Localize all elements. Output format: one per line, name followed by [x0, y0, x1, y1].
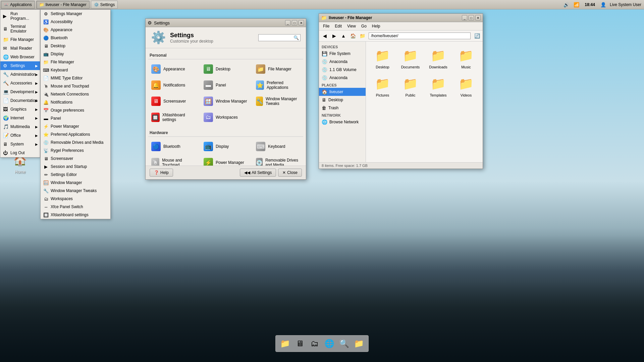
submenu-accessibility[interactable]: ♿ Accessibility: [41, 18, 110, 26]
dock-item-browser[interactable]: 🌐: [323, 337, 336, 350]
submenu-wmt[interactable]: 🔧 Window Manager Tweaks: [41, 187, 110, 195]
settings-item-power[interactable]: ⚡ Power Manager: [201, 156, 251, 166]
fm-up-btn[interactable]: ▲: [339, 32, 348, 40]
submenu-session[interactable]: ▶ Session and Startup: [41, 163, 110, 171]
submenu-mime[interactable]: 📄 MIME Type Editor: [41, 74, 110, 82]
fm-file-public[interactable]: 📁 Public: [398, 74, 423, 99]
settings-item-bluetooth[interactable]: 🔵 Bluetooth: [148, 139, 199, 154]
fm-back-btn[interactable]: ◀: [320, 32, 329, 40]
settings-item-wm[interactable]: 🪟 Window Manager: [201, 94, 251, 108]
fm-file-desktop[interactable]: 📁 Desktop: [370, 46, 395, 71]
settings-close-dialog-btn[interactable]: ✕ Close: [278, 169, 302, 177]
submenu-removable[interactable]: 💿 Removable Drives and Media: [41, 138, 110, 146]
menu-item-terminal[interactable]: 🖥 Terminal Emulator: [0, 22, 40, 35]
settings-minimize-btn[interactable]: _: [285, 20, 290, 25]
submenu-workspaces[interactable]: 🗂 Workspaces: [41, 195, 110, 203]
fm-file-pictures[interactable]: 📁 Pictures: [370, 74, 395, 99]
fm-sidebar-filesystem[interactable]: 💾 File System: [319, 50, 366, 58]
menu-item-office[interactable]: 📝 Office ▶: [0, 131, 40, 140]
submenu-notifications[interactable]: 🔔 Notifications: [41, 98, 110, 106]
fm-menu-file[interactable]: File: [320, 23, 332, 29]
submenu-orage[interactable]: 📅 Orage preferences: [41, 106, 110, 114]
settings-search-input[interactable]: [260, 35, 293, 40]
submenu-network[interactable]: 🔌 Network Connections: [41, 90, 110, 98]
settings-close-btn[interactable]: ✕: [299, 20, 304, 25]
dock-item-search[interactable]: 🔍: [337, 337, 351, 350]
settings-item-removable[interactable]: 💿 Removable Drives and Media: [253, 156, 303, 166]
menu-item-settings[interactable]: ⚙ Settings ▶: [0, 61, 40, 70]
dock-item-terminal[interactable]: 🖥: [293, 337, 307, 350]
settings-item-desktop[interactable]: 🖥 Desktop: [201, 62, 251, 76]
menu-item-internet[interactable]: 🌍 Internet ▶: [0, 114, 40, 122]
menu-item-documentation[interactable]: 📄 Documentation ▶: [0, 96, 40, 105]
submenu-settings-manager[interactable]: ⚙ Settings Manager: [41, 10, 110, 18]
menu-item-multimedia[interactable]: 🎵 Multimedia ▶: [0, 122, 40, 131]
fm-home-btn[interactable]: 🏠: [348, 32, 357, 40]
fm-menu-go[interactable]: Go: [359, 23, 369, 29]
tray-volume-icon[interactable]: 📶: [573, 1, 580, 8]
menu-item-admin[interactable]: 🔧 Administration ▶: [0, 70, 40, 79]
settings-item-screensaver[interactable]: 🖥 Screensaver: [148, 94, 199, 108]
fm-menu-help[interactable]: Help: [369, 23, 383, 29]
fm-maximize-btn[interactable]: □: [469, 15, 474, 20]
dock-item-manager[interactable]: 🗂: [308, 337, 321, 350]
tray-user-icon[interactable]: 👤: [600, 1, 607, 8]
settings-item-xfd[interactable]: 🔲 Xfdashboard settings: [148, 110, 199, 124]
settings-maximize-btn[interactable]: □: [292, 20, 297, 25]
submenu-screensaver[interactable]: 🖥 Screensaver: [41, 155, 110, 163]
submenu-appearance[interactable]: 🎨 Appearance: [41, 26, 110, 34]
submenu-power[interactable]: ⚡ Power Manager: [41, 122, 110, 130]
fm-minimize-btn[interactable]: _: [462, 15, 467, 20]
settings-item-keyboard[interactable]: ⌨ Keyboard: [253, 139, 303, 154]
fm-file-documents[interactable]: 📁 Documents: [398, 46, 423, 71]
settings-item-mouse[interactable]: 🖱 Mouse and Touchpad: [148, 156, 199, 166]
dock-item-files[interactable]: 📁: [278, 337, 292, 350]
submenu-xfdashboard[interactable]: 🔲 Xfdashboard settings: [41, 211, 110, 219]
settings-all-settings-btn[interactable]: ◀◀ All Settings: [240, 169, 276, 177]
settings-item-display[interactable]: 📺 Display: [201, 139, 251, 154]
settings-search-box[interactable]: 🔍: [258, 34, 301, 41]
fm-file-music[interactable]: 📁 Music: [453, 46, 479, 71]
settings-item-preferred[interactable]: ⭐ Preferred Applications: [253, 78, 303, 92]
menu-item-browser[interactable]: 🌐 Web Browser: [0, 53, 40, 61]
submenu-desktop[interactable]: 🖥 Desktop: [41, 42, 110, 50]
submenu-mouse[interactable]: 🖱 Mouse and Touchpad: [41, 82, 110, 90]
fm-sidebar-desktop[interactable]: 🖥 Desktop: [319, 96, 366, 104]
settings-item-panel[interactable]: ▬ Panel: [201, 78, 251, 92]
submenu-settings-editor[interactable]: ✏ Settings Editor: [41, 171, 110, 179]
settings-item-workspaces[interactable]: 🗂 Workspaces: [201, 110, 251, 124]
file-manager-tab[interactable]: 📁 liveuser - File Manager: [36, 1, 90, 9]
fm-sidebar-browse-network[interactable]: 🌐 Browse Network: [319, 118, 366, 126]
menu-item-run[interactable]: ▶ Run Program...: [0, 10, 40, 22]
dock-item-home[interactable]: 📁: [352, 337, 366, 350]
fm-sidebar-volume[interactable]: 💿 1.1 GB Volume: [319, 66, 366, 74]
fm-file-videos[interactable]: 📁 Videos: [453, 74, 479, 99]
fm-file-templates[interactable]: 📁 Templates: [426, 74, 451, 99]
submenu-keyboard[interactable]: ⌨ Keyboard: [41, 66, 110, 74]
fm-address-bar[interactable]: /home/liveuser/: [369, 33, 471, 39]
menu-item-logout[interactable]: ⏻ Log Out: [0, 148, 40, 157]
menu-item-graphics[interactable]: 🖼 Graphics ▶: [0, 105, 40, 114]
fm-forward-btn[interactable]: ▶: [330, 32, 338, 40]
fm-menu-view[interactable]: View: [344, 23, 359, 29]
fm-close-btn[interactable]: ✕: [475, 15, 481, 20]
menu-item-accessories[interactable]: 🔨 Accessories ▶: [0, 79, 40, 87]
fm-sidebar-trash[interactable]: 🗑 Trash: [319, 104, 366, 112]
fm-sidebar-liveuser[interactable]: 🏠 liveuser: [319, 88, 366, 96]
tray-network-icon[interactable]: 🔊: [562, 1, 570, 8]
menu-item-development[interactable]: 💻 Development ▶: [0, 87, 40, 96]
settings-item-wmt[interactable]: 🔧 Window Manager Tweaks: [253, 94, 303, 108]
menu-item-filemanager[interactable]: 📁 File Manager: [0, 35, 40, 44]
submenu-preferred[interactable]: ⭐ Preferred Applications: [41, 130, 110, 138]
fm-sidebar-anaconda2[interactable]: 💿 Anaconda: [319, 74, 366, 82]
submenu-wm[interactable]: 🪟 Window Manager: [41, 179, 110, 187]
submenu-bluetooth[interactable]: 🔵 Bluetooth: [41, 34, 110, 42]
settings-tab[interactable]: ⚙️ Settings: [91, 1, 118, 9]
settings-help-btn[interactable]: ❓ Help: [150, 169, 173, 177]
menu-item-system[interactable]: 🖥 System ▶: [0, 140, 40, 148]
settings-item-filemgr[interactable]: 📁 File Manager: [253, 62, 303, 76]
fm-menu-edit[interactable]: Edit: [332, 23, 344, 29]
submenu-rygel[interactable]: 📡 Rygel Preferences: [41, 146, 110, 155]
submenu-filemanager[interactable]: 📁 File Manager: [41, 58, 110, 66]
fm-reload-btn[interactable]: 🔄: [473, 32, 481, 40]
